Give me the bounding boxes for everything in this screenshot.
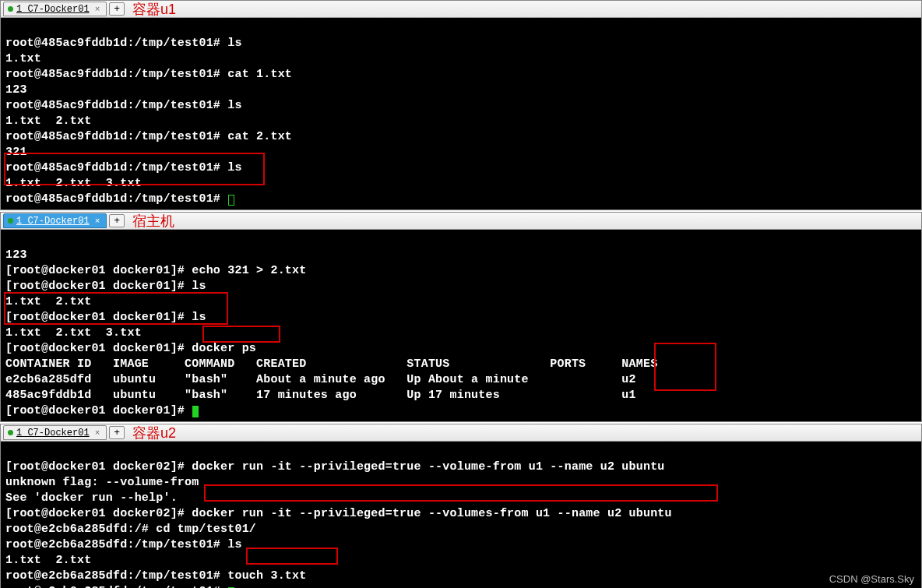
annotation-u1: 容器u1 — [132, 0, 176, 19]
close-icon[interactable]: × — [95, 428, 100, 438]
annotation-host: 宿主机 — [132, 212, 174, 231]
watermark: CSDN @Stars.Sky — [829, 573, 914, 585]
titlebar: 1 C7-Docker01 × + 宿主机 — [1, 213, 921, 230]
add-tab-button[interactable]: + — [109, 2, 125, 16]
cursor-icon — [192, 406, 199, 417]
status-dot-icon — [8, 430, 13, 435]
status-dot-icon — [8, 6, 13, 12]
terminal-output-u1[interactable]: root@485ac9fddb1d:/tmp/test01# ls 1.txt … — [1, 18, 921, 209]
close-icon[interactable]: × — [95, 217, 100, 226]
titlebar: 1 C7-Docker01 × + 容器u2 — [1, 424, 921, 442]
status-dot-icon — [8, 218, 13, 224]
terminal-window-host: 1 C7-Docker01 × + 宿主机 123 [root@docker01… — [0, 212, 922, 422]
tab-label: 1 C7-Docker01 — [16, 216, 90, 227]
close-icon[interactable]: × — [95, 5, 100, 14]
tab-label: 1 C7-Docker01 — [16, 428, 90, 438]
titlebar: 1 C7-Docker01 × + 容器u1 — [1, 1, 921, 18]
terminal-window-u2: 1 C7-Docker01 × + 容器u2 [root@docker01 do… — [0, 424, 922, 588]
add-tab-button[interactable]: + — [109, 426, 125, 439]
terminal-output-u2[interactable]: [root@docker01 docker02]# docker run -it… — [1, 442, 921, 588]
terminal-output-host[interactable]: 123 [root@docker01 docker01]# echo 321 >… — [1, 230, 921, 421]
tab-docker01[interactable]: 1 C7-Docker01 × — [3, 2, 107, 16]
annotation-u2: 容器u2 — [132, 424, 176, 442]
tab-label: 1 C7-Docker01 — [16, 4, 90, 15]
terminal-window-u1: 1 C7-Docker01 × + 容器u1 root@485ac9fddb1d… — [0, 0, 922, 210]
tab-docker01[interactable]: 1 C7-Docker01 × — [3, 213, 107, 228]
cursor-icon — [228, 195, 234, 206]
add-tab-button[interactable]: + — [109, 214, 125, 227]
tab-docker01[interactable]: 1 C7-Docker01 × — [3, 425, 107, 440]
